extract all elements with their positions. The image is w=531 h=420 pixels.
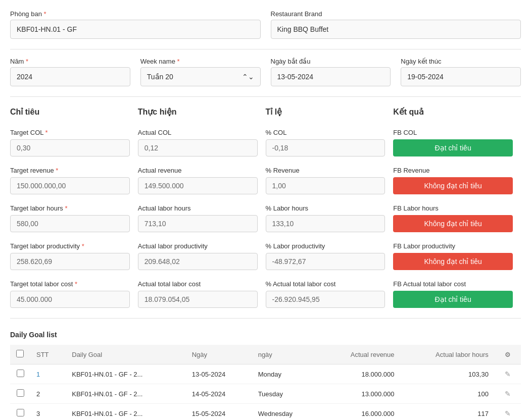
actual-value-1: 149.500.000 bbox=[138, 177, 258, 194]
nam-value: 2024 bbox=[10, 67, 130, 86]
metric-row: Target labor productivity * 258.620,69 A… bbox=[10, 242, 521, 270]
select-all-checkbox[interactable] bbox=[16, 350, 24, 357]
row-actual-revenue-2: 16.000.000 bbox=[319, 404, 400, 421]
target-value-4: 45.000.000 bbox=[10, 291, 130, 308]
metric-row: Target revenue * 150.000.000,00 Actual r… bbox=[10, 167, 521, 194]
ngay-ket-thuc-label: Ngày kết thúc bbox=[401, 58, 521, 65]
col-settings-icon[interactable]: ⚙ bbox=[495, 345, 521, 364]
row-stt-2: 3 bbox=[30, 404, 66, 421]
ket-qua-header: Kết quả bbox=[393, 105, 521, 119]
target-value-2: 580,00 bbox=[10, 215, 130, 232]
daily-goal-table: STT Daily Goal Ngày ngày Actual revenue … bbox=[10, 345, 521, 420]
col-ngay: Ngày bbox=[186, 345, 252, 364]
ratio-label-2: % Labor hours bbox=[266, 204, 385, 212]
col-ngay2: ngày bbox=[252, 345, 320, 364]
fb-badge-2: Không đạt chỉ tiêu bbox=[393, 215, 513, 232]
col-stt: STT bbox=[30, 345, 66, 364]
ratio-label-4: % Actual total labor cost bbox=[266, 280, 385, 288]
row-daily-goal-1: KBF01-HN.01 - GF - 2... bbox=[66, 384, 185, 404]
fb-label-3: FB Labor productivity bbox=[393, 242, 513, 250]
fb-badge-4: Đạt chỉ tiêu bbox=[393, 291, 513, 308]
target-label-1: Target revenue * bbox=[10, 167, 130, 174]
ngay-bat-dau-value: 13-05-2024 bbox=[271, 67, 391, 86]
phong-ban-label: Phòng ban * bbox=[10, 10, 261, 18]
row-ngay2-2: Wednesday bbox=[252, 404, 320, 421]
fb-badge-3: Không đạt chỉ tiêu bbox=[393, 253, 513, 270]
ratio-label-1: % Revenue bbox=[266, 167, 385, 174]
row-daily-goal-0: KBF01-HN.01 - GF - 2... bbox=[66, 364, 185, 384]
ratio-value-4: -26.920.945,95 bbox=[266, 291, 385, 308]
actual-value-2: 713,10 bbox=[138, 215, 258, 232]
actual-label-3: Actual labor productivity bbox=[138, 242, 258, 250]
row-checkbox-2[interactable] bbox=[17, 409, 24, 416]
target-label-3: Target labor productivity * bbox=[10, 242, 130, 250]
actual-label-1: Actual revenue bbox=[138, 167, 258, 174]
metric-row: Target labor hours * 580,00 Actual labor… bbox=[10, 204, 521, 232]
actual-value-4: 18.079.054,05 bbox=[138, 291, 258, 308]
ratio-value-3: -48.972,67 bbox=[266, 253, 385, 270]
fb-badge-1: Không đạt chỉ tiêu bbox=[393, 177, 513, 194]
metric-row: Target COL * 0,30 Actual COL 0,12 % COL … bbox=[10, 129, 521, 156]
target-label-0: Target COL * bbox=[10, 129, 130, 136]
ratio-label-3: % Labor productivity bbox=[266, 242, 385, 250]
week-name-label: Week name * bbox=[140, 58, 261, 65]
ratio-value-2: 133,10 bbox=[266, 215, 385, 232]
target-value-3: 258.620,69 bbox=[10, 253, 130, 270]
nam-label: Năm * bbox=[10, 58, 130, 65]
target-label-2: Target labor hours * bbox=[10, 204, 130, 212]
row-actual-labor-hours-0: 103,30 bbox=[401, 364, 495, 384]
col-daily-goal: Daily Goal bbox=[66, 345, 185, 364]
ratio-label-0: % COL bbox=[266, 129, 385, 136]
target-label-4: Target total labor cost * bbox=[10, 280, 130, 288]
ngay-bat-dau-label: Ngày bắt đầu bbox=[271, 58, 391, 65]
row-daily-goal-2: KBF01-HN.01 - GF - 2... bbox=[66, 404, 185, 421]
row-actual-revenue-0: 18.000.000 bbox=[319, 364, 400, 384]
row-ngay-1: 14-05-2024 bbox=[186, 384, 252, 404]
daily-goal-title: Daily Goal list bbox=[10, 331, 521, 339]
restaurant-brand-value: King BBQ Buffet bbox=[271, 20, 521, 39]
table-row: 2 KBF01-HN.01 - GF - 2... 14-05-2024 Tue… bbox=[10, 384, 521, 404]
row-checkbox-1[interactable] bbox=[17, 389, 24, 397]
col-actual-labor-hours: Actual labor hours bbox=[401, 345, 495, 364]
row-ngay2-1: Tuesday bbox=[252, 384, 320, 404]
actual-label-2: Actual labor hours bbox=[138, 204, 258, 212]
ngay-ket-thuc-value: 19-05-2024 bbox=[401, 67, 521, 86]
fb-label-0: FB COL bbox=[393, 129, 513, 136]
fb-label-1: FB Revenue bbox=[393, 167, 513, 174]
thuc-hien-header: Thực hiện bbox=[138, 105, 266, 119]
row-actual-labor-hours-2: 117 bbox=[401, 404, 495, 421]
ratio-value-1: 1,00 bbox=[266, 177, 385, 194]
fb-label-4: FB Actual total labor cost bbox=[393, 280, 513, 288]
ti-le-header: Tỉ lệ bbox=[266, 105, 394, 119]
row-actual-labor-hours-1: 100 bbox=[401, 384, 495, 404]
phong-ban-value: KBF01-HN.01 - GF bbox=[10, 20, 261, 39]
week-name-select[interactable]: Tuần 20 ⌃⌄ bbox=[140, 67, 261, 86]
metric-row: Target total labor cost * 45.000.000 Act… bbox=[10, 280, 521, 308]
row-ngay-0: 13-05-2024 bbox=[186, 364, 252, 384]
table-row: 1 KBF01-HN.01 - GF - 2... 13-05-2024 Mon… bbox=[10, 364, 521, 384]
target-value-1: 150.000.000,00 bbox=[10, 177, 130, 194]
edit-icon-0[interactable]: ✎ bbox=[505, 370, 511, 378]
fb-label-2: FB Labor hours bbox=[393, 204, 513, 212]
col-header: Chỉ tiêu bbox=[10, 105, 138, 119]
actual-value-0: 0,12 bbox=[138, 139, 258, 156]
row-stt-0[interactable]: 1 bbox=[30, 364, 66, 384]
edit-icon-1[interactable]: ✎ bbox=[505, 390, 511, 398]
row-actual-revenue-1: 13.000.000 bbox=[319, 384, 400, 404]
target-value-0: 0,30 bbox=[10, 139, 130, 156]
row-ngay-2: 15-05-2024 bbox=[186, 404, 252, 421]
chevron-icon: ⌃⌄ bbox=[242, 73, 254, 81]
fb-badge-0: Đạt chỉ tiêu bbox=[393, 139, 513, 156]
row-ngay2-0: Monday bbox=[252, 364, 320, 384]
restaurant-brand-label: Restaurant Brand bbox=[271, 10, 521, 18]
table-row: 3 KBF01-HN.01 - GF - 2... 15-05-2024 Wed… bbox=[10, 404, 521, 421]
ratio-value-0: -0,18 bbox=[266, 139, 385, 156]
col-actual-revenue: Actual revenue bbox=[319, 345, 400, 364]
edit-icon-2[interactable]: ✎ bbox=[505, 409, 511, 417]
actual-value-3: 209.648,02 bbox=[138, 253, 258, 270]
row-stt-1: 2 bbox=[30, 384, 66, 404]
actual-label-0: Actual COL bbox=[138, 129, 258, 136]
actual-label-4: Actual total labor cost bbox=[138, 280, 258, 288]
row-checkbox-0[interactable] bbox=[17, 370, 24, 377]
